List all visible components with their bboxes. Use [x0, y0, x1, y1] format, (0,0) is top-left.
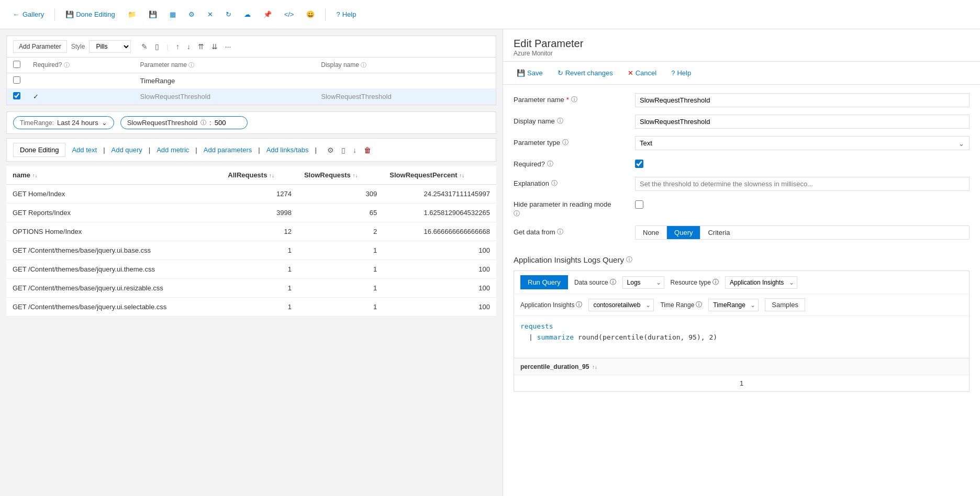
query-section-title: Application Insights Logs Query ⓘ: [514, 255, 970, 264]
toolbar-divider-1: [54, 8, 55, 21]
folder-icon: 📁: [128, 10, 136, 18]
settings-edit-icon[interactable]: ⚙: [325, 145, 336, 155]
cell-slow-req: 309: [298, 185, 383, 204]
samples-button[interactable]: Samples: [765, 298, 805, 311]
run-query-button[interactable]: Run Query: [520, 275, 568, 289]
add-parameters-link[interactable]: Add parameters: [204, 146, 252, 154]
display-name-col-header: Display name ⓘ: [315, 58, 496, 73]
move-top-icon[interactable]: ⇈: [196, 41, 206, 52]
radio-query[interactable]: Query: [667, 226, 700, 239]
param-name-info-icon[interactable]: ⓘ: [571, 95, 577, 104]
col-slow-pct[interactable]: SlowRequestPercent ↑↓: [383, 166, 496, 185]
slow-req-separator: :: [209, 119, 211, 127]
help-panel-button[interactable]: ? Help: [668, 67, 694, 79]
param-type-info-icon[interactable]: ⓘ: [562, 138, 569, 147]
revert-changes-button[interactable]: ↻ Revert changes: [554, 67, 616, 79]
add-text-link[interactable]: Add text: [72, 146, 97, 154]
get-data-row: Get data from ⓘ None Query Criteria: [514, 226, 970, 240]
slow-req-input[interactable]: [215, 119, 241, 127]
close-icon-btn[interactable]: ✕: [203, 8, 217, 20]
explanation-input[interactable]: [635, 177, 970, 191]
radio-none[interactable]: None: [636, 226, 667, 239]
refresh-icon-btn[interactable]: ↻: [221, 8, 236, 20]
col-all-requests[interactable]: AllRequests ↑↓: [221, 166, 298, 185]
radio-criteria[interactable]: Criteria: [700, 226, 737, 239]
data-source-select[interactable]: Logs: [622, 276, 664, 289]
select-all-checkbox[interactable]: [13, 61, 20, 68]
delete-icon[interactable]: 🗑: [362, 145, 373, 155]
display-name-field: [635, 115, 970, 129]
col-slow-requests[interactable]: SlowRequests ↑↓: [298, 166, 383, 185]
folder-icon-btn[interactable]: 📁: [124, 8, 140, 20]
resource-type-info-icon: ⓘ: [712, 278, 719, 287]
display-name-cell-0: [315, 73, 496, 89]
move-bottom-icon[interactable]: ⇊: [209, 41, 220, 52]
revert-icon: ↻: [558, 69, 563, 77]
table-row: GET /Content/themes/base/jquery.ui.selec…: [6, 298, 496, 317]
time-range-query-select[interactable]: TimeRange: [708, 299, 759, 311]
query-editor[interactable]: requests | summarize round(percentile(du…: [514, 316, 969, 358]
hide-param-row: Hide parameter in reading mode ⓘ: [514, 198, 970, 218]
done-editing-button[interactable]: Done Editing: [13, 143, 65, 157]
cell-name: GET /Content/themes/base/jquery.ui.theme…: [6, 260, 221, 279]
code-icon-btn[interactable]: </>: [280, 8, 298, 20]
hide-param-checkbox[interactable]: [635, 200, 643, 209]
sort-icon-allreq: ↑↓: [269, 173, 274, 178]
cloud-icon: ☁: [244, 10, 251, 18]
cell-name: GET /Content/themes/base/jquery.ui.base.…: [6, 241, 221, 260]
clone-icon-btn[interactable]: ▦: [165, 8, 180, 20]
hide-param-info-icon[interactable]: ⓘ: [514, 209, 520, 218]
done-editing-top-button[interactable]: 💾 Done Editing: [61, 8, 119, 20]
save-button[interactable]: 💾 Save: [514, 67, 546, 79]
get-data-radio-group: None Query Criteria: [635, 226, 970, 240]
pin-icon-btn[interactable]: 📌: [259, 8, 276, 20]
cell-slow-req: 2: [298, 222, 383, 241]
explanation-info-icon[interactable]: ⓘ: [551, 179, 558, 188]
data-source-info-icon: ⓘ: [610, 278, 616, 287]
time-range-filter[interactable]: TimeRange: Last 24 hours ⌄: [13, 116, 114, 129]
gallery-back-button[interactable]: ← Gallery: [8, 8, 48, 20]
data-source-select-wrapper: Logs: [622, 276, 664, 289]
copy-icon[interactable]: ▯: [153, 41, 161, 52]
add-parameter-button[interactable]: Add Parameter: [13, 40, 67, 53]
copy-edit-icon[interactable]: ▯: [339, 145, 348, 155]
param-name-cell-1: SlowRequestThreshold: [134, 89, 315, 105]
save-as-icon-btn[interactable]: 💾: [144, 8, 161, 20]
app-insights-select[interactable]: contosoretailweb: [588, 299, 654, 311]
emoji-icon-btn[interactable]: 😀: [302, 8, 319, 20]
required-checkbox[interactable]: [635, 160, 643, 168]
param-name-input[interactable]: [635, 93, 970, 107]
params-editor: Add Parameter Style Pills ✎ ▯ | ↑ ↓ ⇈ ⇊ …: [6, 36, 496, 105]
help-circle-icon: ?: [671, 69, 675, 77]
col-name[interactable]: name ↑↓: [6, 166, 221, 185]
add-query-link[interactable]: Add query: [112, 146, 142, 154]
cloud-icon-btn[interactable]: ☁: [240, 8, 255, 20]
display-name-info-icon[interactable]: ⓘ: [557, 117, 563, 126]
style-select[interactable]: Pills: [89, 40, 131, 53]
resource-type-select[interactable]: Application Insights: [725, 276, 797, 289]
settings-icon-btn[interactable]: ⚙: [184, 8, 199, 20]
query-row-2: Application Insights ⓘ contosoretailweb …: [514, 294, 969, 316]
cancel-button[interactable]: ✕ Cancel: [625, 67, 660, 79]
download-icon[interactable]: ↓: [351, 145, 359, 155]
row-checkbox-0[interactable]: [13, 76, 20, 84]
display-name-input[interactable]: [635, 115, 970, 129]
param-type-select[interactable]: Text: [635, 136, 970, 150]
get-data-info-icon[interactable]: ⓘ: [557, 228, 563, 236]
add-links-link[interactable]: Add links/tabs: [266, 146, 309, 154]
code-icon: </>: [284, 10, 294, 18]
required-col-header: Required? ⓘ: [27, 58, 134, 73]
required-row: Required? ⓘ: [514, 157, 970, 170]
cell-slow-pct: 100: [383, 260, 496, 279]
param-name-label: Parameter name * ⓘ: [514, 93, 629, 104]
move-up-icon[interactable]: ↑: [174, 41, 182, 52]
row-checkbox-1[interactable]: [13, 92, 20, 99]
help-top-button[interactable]: ? Help: [332, 8, 360, 20]
required-info-icon[interactable]: ⓘ: [547, 160, 553, 168]
more-options-icon[interactable]: ···: [223, 41, 233, 52]
slow-req-info-icon: ⓘ: [201, 119, 206, 127]
time-range-value: Last 24 hours: [57, 119, 98, 127]
edit-icon[interactable]: ✎: [139, 41, 150, 52]
add-metric-link[interactable]: Add metric: [157, 146, 189, 154]
move-down-icon[interactable]: ↓: [185, 41, 193, 52]
